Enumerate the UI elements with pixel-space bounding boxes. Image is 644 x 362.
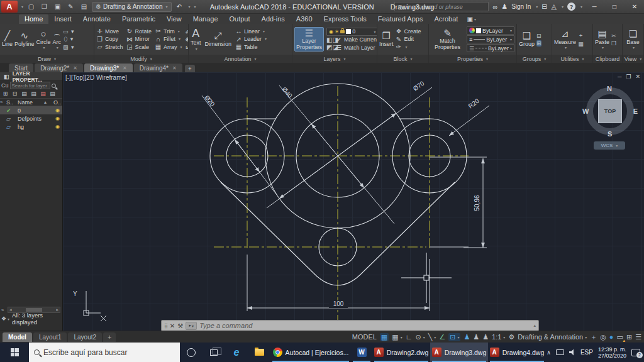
save-as-icon[interactable]: ✎ — [65, 2, 76, 12]
ribbon-tab-a360[interactable]: A360 — [291, 14, 318, 24]
arc-button[interactable]: ⌢Arc▾ — [53, 29, 62, 50]
viewport-close-icon[interactable]: ✕ — [635, 74, 640, 80]
ortho-mode-icon[interactable]: ∟ — [406, 333, 413, 341]
help-icon[interactable]: ? — [567, 3, 575, 11]
panel-label-utilities[interactable]: Utilities▾ — [552, 55, 592, 63]
viewport-restore-icon[interactable]: ❐ — [626, 74, 631, 80]
layer-bulb-icon[interactable]: ◉ — [55, 107, 62, 113]
tab-layout1[interactable]: Layout1 — [33, 332, 67, 342]
layer-group-icon[interactable]: ⊟ — [11, 90, 19, 97]
layer-search-input[interactable] — [10, 82, 50, 89]
trim-button[interactable]: ✂Trim▾ — [155, 28, 182, 35]
viewport-controls[interactable]: [-][Top][2D Wireframe] — [65, 74, 127, 81]
part-geometry[interactable] — [210, 84, 467, 285]
layer-row-0[interactable]: ✔ 0 ◉ — [0, 106, 62, 114]
tangent-line-lower-left[interactable] — [221, 182, 313, 272]
palette-title-bar[interactable]: ◧LAYER PROPERT... — [0, 72, 62, 81]
ribbon-tab-express-tools[interactable]: Express Tools — [318, 14, 372, 24]
drawing2-window-button[interactable]: A Drawing2.dwg — [372, 343, 430, 362]
new-layer-vp-icon[interactable]: ▤ — [30, 90, 38, 97]
ellipse-icon[interactable]: ⬯ ▾ — [64, 36, 73, 43]
drawing3-window-button[interactable]: A Drawing3.dwg — [430, 343, 488, 362]
start-button[interactable] — [0, 343, 29, 362]
match-layer-button[interactable]: ◩◪☰Match Layer — [326, 44, 377, 52]
edge-button[interactable]: e — [225, 343, 248, 362]
isolate-objects-icon[interactable]: ◎ — [600, 333, 606, 341]
ribbon-display-toggle-icon[interactable]: ▣▾ — [466, 14, 477, 24]
snap-mode-icon[interactable]: ▦▾ — [392, 333, 402, 341]
panel-label-properties[interactable]: Properties▾ — [429, 55, 516, 63]
view-cube-east[interactable]: E — [633, 107, 638, 115]
insert-button[interactable]: ❒Insert — [379, 31, 394, 47]
line-button[interactable]: ╱Line — [2, 31, 13, 47]
panel-label-clipboard[interactable]: Clipboard — [593, 55, 622, 63]
status-menu-icon[interactable]: ☰ — [635, 333, 641, 341]
command-close-icon[interactable]: ✕ — [170, 322, 175, 329]
ribbon-tab-parametric[interactable]: Parametric — [116, 14, 161, 24]
erase-icon[interactable]: ✐ — [186, 29, 188, 35]
app-menu-button[interactable]: A — [1, 1, 18, 13]
close-tab-icon[interactable]: ✕ — [172, 65, 177, 71]
print-icon[interactable]: ▤ — [79, 2, 89, 12]
tray-expand-icon[interactable]: ∧ — [547, 349, 551, 356]
command-input[interactable] — [199, 322, 531, 329]
open-file-icon[interactable]: ❒ — [39, 2, 50, 12]
annotation-scale-icon[interactable]: ♟ — [482, 333, 489, 341]
layer-row-hg[interactable]: ▱ hg ◉ — [0, 123, 62, 131]
command-bar-grip[interactable]: ⣿ — [164, 323, 167, 329]
clean-screen-icon[interactable]: ⊞ — [626, 333, 632, 341]
delete-layer-icon[interactable]: ▤ — [39, 90, 47, 97]
rectangle-icon[interactable]: ▭ ▾ — [63, 28, 74, 35]
ribbon-tab-manage[interactable]: Manage — [187, 14, 224, 24]
new-tab-button[interactable]: ＋ — [185, 65, 195, 72]
paste-button[interactable]: ▤Paste▾ — [595, 29, 609, 50]
recent-commands-button[interactable]: ▸▾ — [186, 322, 197, 330]
annotation-monitor-icon[interactable]: ＋ — [590, 332, 597, 342]
close-button[interactable]: ✕ — [626, 1, 643, 13]
layer-settings-icon[interactable]: ❖▾ — [1, 315, 9, 322]
file-tab-drawing4[interactable]: Drawing4*✕ — [134, 63, 182, 72]
group-edit-icon[interactable]: ⊞ — [536, 40, 541, 47]
rotate-button[interactable]: ↻Rotate — [126, 28, 152, 35]
annotation-scale-value[interactable]: 1:1▾ — [492, 333, 505, 341]
keyboard-language[interactable]: ESP — [580, 349, 593, 356]
cart-icon[interactable]: ⊟ — [541, 3, 547, 11]
layer-properties-button[interactable]: ☰Layer Properties — [294, 27, 324, 52]
hatch-icon[interactable]: ▨ ▾ — [63, 44, 74, 50]
file-explorer-button[interactable] — [248, 343, 270, 362]
panel-label-layers[interactable]: Layers▾ — [292, 55, 377, 63]
new-layout-button[interactable]: ＋ — [103, 332, 116, 342]
panel-label-modify[interactable]: Modify▾ — [94, 55, 188, 63]
undo-icon[interactable]: ↶ — [174, 2, 185, 12]
undo-caret-icon[interactable]: ▾ — [189, 4, 191, 9]
user-icon[interactable]: ♟ — [501, 3, 508, 11]
match-properties-button[interactable]: ✎Match Properties — [431, 28, 464, 51]
annotation-visibility-icon[interactable]: ♟ — [464, 333, 470, 341]
volume-icon[interactable] — [569, 349, 575, 356]
panel-label-draw[interactable]: Draw▾ — [0, 55, 94, 63]
osnap-tracking-icon[interactable]: ∠ — [439, 333, 445, 341]
command-line-bar[interactable]: ⣿ ✕ ⚒ ▸▾ ▴ — [161, 320, 539, 331]
measure-button[interactable]: ⊿Measure▾ — [554, 29, 576, 50]
isodraft-icon[interactable]: ╲▾ — [428, 333, 436, 341]
ribbon-tab-featured-apps[interactable]: Featured Apps — [372, 14, 429, 24]
ribbon-tab-view[interactable]: View — [161, 14, 187, 24]
sort-icon[interactable]: ▴ — [44, 99, 47, 105]
app-store-caret-icon[interactable]: ▾ — [562, 4, 564, 9]
taskbar-search[interactable] — [29, 343, 180, 362]
ribbon-tab-addins[interactable]: Add-ins — [256, 14, 291, 24]
layer-dropdown[interactable]: ◉ ☀ 0 ▾ — [326, 28, 377, 36]
view-cube-south[interactable]: S — [608, 130, 612, 138]
display-warning-icon[interactable]: ▭ — [617, 333, 623, 341]
panel-label-block[interactable]: Block▾ — [377, 55, 428, 63]
object-snap-icon[interactable]: ⊡▾ — [448, 333, 460, 341]
wcs-selector[interactable]: WCS▾ — [594, 141, 625, 150]
drawing-area[interactable]: [-][Top][2D Wireframe] ─ ❐ ✕ — [63, 72, 644, 331]
ungroup-icon[interactable]: ⊟ — [536, 33, 541, 39]
taskbar-search-input[interactable] — [43, 348, 175, 357]
new-layer-icon[interactable]: ▤ — [20, 90, 28, 97]
circle-button[interactable]: ○Circle▾ — [36, 29, 51, 50]
dimensions[interactable] — [202, 85, 489, 311]
id-point-icon[interactable]: ＋ — [578, 31, 584, 40]
leader-button[interactable]: ↗Leader▾ — [235, 36, 267, 43]
